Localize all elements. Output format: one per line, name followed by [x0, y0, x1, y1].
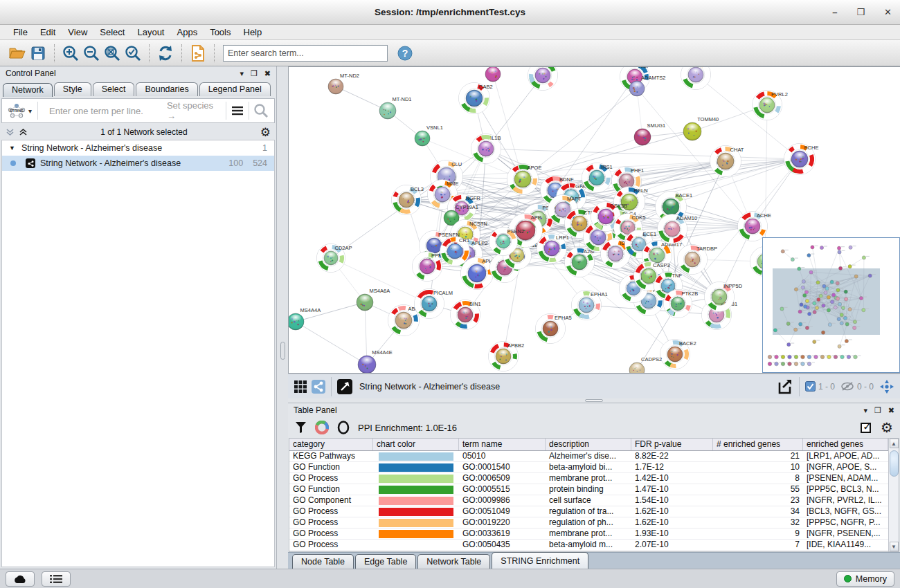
network-node-IL1B[interactable]: IL1B: [471, 134, 501, 164]
tab-legend-panel[interactable]: Legend Panel: [199, 82, 271, 96]
table-scrollbar[interactable]: ▲ ▼: [888, 439, 899, 551]
remove-chart-icon[interactable]: [337, 421, 350, 434]
network-node-CR1[interactable]: CR1: [440, 237, 470, 266]
column-header-chart-color[interactable]: chart color: [373, 439, 459, 450]
menu-item-layout[interactable]: Layout: [131, 27, 170, 37]
network-node-SORL1[interactable]: SORL1: [485, 67, 514, 82]
table-menu-caret-icon[interactable]: ▾: [863, 406, 867, 415]
splitter-grip[interactable]: [585, 399, 603, 402]
zoom-selected-icon[interactable]: [123, 43, 143, 64]
scroll-up-icon[interactable]: ▲: [890, 439, 899, 448]
column-header-category[interactable]: category: [289, 439, 373, 450]
network-node-CADPS2[interactable]: CADPS2: [629, 356, 662, 374]
table-row[interactable]: GO ProcessGO:0033619membrane prot...1.93…: [289, 529, 888, 540]
panel-menu-caret-icon[interactable]: ▾: [240, 69, 244, 78]
save-icon[interactable]: [28, 43, 48, 64]
network-node-APBB2[interactable]: APBB2: [489, 342, 525, 371]
string-query-placeholder[interactable]: Enter one term per line.: [49, 106, 143, 116]
network-node-PICALM[interactable]: PICALM: [415, 289, 453, 319]
string-source-caret-icon[interactable]: ▾: [28, 107, 32, 115]
tab-edge-table[interactable]: Edge Table: [355, 554, 416, 569]
grid-view-icon[interactable]: [294, 380, 307, 394]
column-header--enriched-genes[interactable]: # enriched genes: [713, 439, 803, 450]
divider-grip[interactable]: [280, 342, 285, 360]
menu-item-apps[interactable]: Apps: [171, 27, 204, 37]
network-node-A2M[interactable]: A2M: [565, 248, 595, 277]
help-icon[interactable]: ?: [395, 43, 415, 64]
species-hint[interactable]: Set species →: [167, 100, 222, 121]
tab-network-table[interactable]: Network Table: [417, 554, 490, 569]
chart-color-icon[interactable]: [315, 421, 329, 434]
zoom-in-icon[interactable]: [60, 43, 81, 64]
network-panel-gear-icon[interactable]: ⚙: [260, 127, 271, 138]
network-node-BCHE[interactable]: BCHE: [784, 144, 819, 175]
network-node-CHAT[interactable]: CHAT: [710, 146, 744, 177]
tab-boundaries[interactable]: Boundaries: [136, 82, 197, 96]
string-logo-icon[interactable]: STRING: [6, 102, 27, 119]
network-node-CD33[interactable]: CD33: [528, 67, 561, 91]
enrichment-settings-gear-icon[interactable]: ⚙: [881, 421, 893, 434]
network-node-PTK2B[interactable]: PTK2B: [664, 290, 699, 318]
select-terms-checkbox-icon[interactable]: [861, 423, 871, 433]
network-node-GAB2[interactable]: GAB2: [459, 83, 493, 114]
network-canvas[interactable]: MT-ND2MT-ND1VSNL1SORL1CD33NGFTREM2GAB2AD…: [288, 66, 900, 374]
table-row[interactable]: GO FunctionGO:0005515protein binding1.47…: [289, 484, 888, 495]
zoom-out-icon[interactable]: [81, 43, 102, 64]
open-in-string-icon[interactable]: [337, 379, 352, 394]
refresh-icon[interactable]: [155, 43, 176, 64]
network-node-BIN1[interactable]: BIN1: [451, 300, 481, 330]
network-node-TREM2[interactable]: TREM2: [681, 67, 718, 90]
table-row[interactable]: GO ProcessGO:0006509membrane prot...1.42…: [289, 473, 888, 484]
close-button[interactable]: ✕: [884, 7, 892, 17]
scroll-thumb[interactable]: [890, 450, 899, 477]
string-search-icon[interactable]: [253, 103, 269, 118]
table-close-icon[interactable]: ✖: [888, 406, 894, 415]
navigator-compass-icon[interactable]: [879, 379, 894, 394]
column-header-description[interactable]: description: [546, 439, 631, 450]
birds-eye-view[interactable]: [762, 237, 900, 373]
panel-float-icon[interactable]: ❒: [251, 69, 258, 78]
network-node-INPP5D[interactable]: INPP5D: [705, 282, 743, 312]
network-node-PVRL2[interactable]: PVRL2: [753, 91, 788, 120]
string-options-icon[interactable]: [231, 105, 244, 116]
table-row[interactable]: GO ComponentGO:0009986cell surface1.54E-…: [289, 495, 888, 506]
maximize-button[interactable]: ❒: [856, 7, 865, 17]
menu-item-select[interactable]: Select: [93, 27, 131, 37]
table-row[interactable]: KEGG Pathways05010Alzheimer's dise...8.8…: [289, 451, 888, 462]
network-node-EPHA5[interactable]: EPHA5: [536, 314, 572, 344]
task-history-button[interactable]: [42, 571, 71, 587]
network-row[interactable]: String Network - Alzheimer's disease 100…: [2, 156, 274, 171]
network-node-TARDBP[interactable]: TARDBP: [678, 245, 717, 275]
table-row[interactable]: GO ProcessGO:0051049regulation of tra...…: [289, 506, 888, 517]
network-node-MS4A4E[interactable]: MS4A4E: [358, 349, 393, 374]
menu-item-file[interactable]: File: [7, 27, 34, 37]
table-row[interactable]: GO ProcessGO:0050435beta-amyloid m...2.0…: [289, 540, 888, 551]
open-folder-icon[interactable]: [7, 43, 28, 64]
expand-all-icon[interactable]: [19, 128, 28, 136]
collapse-all-icon[interactable]: [6, 128, 15, 136]
network-node-MS4A6A[interactable]: MS4A6A: [357, 288, 390, 311]
filter-icon[interactable]: [295, 421, 307, 434]
network-node-BCL3[interactable]: BCL3: [392, 185, 424, 215]
network-node-VSNL1[interactable]: VSNL1: [415, 125, 443, 146]
panel-close-icon[interactable]: ✖: [264, 69, 271, 78]
network-node-MS4A4A[interactable]: MS4A4A: [289, 307, 321, 330]
cloud-status-button[interactable]: [6, 571, 35, 587]
column-header-enriched-genes[interactable]: enriched genes: [803, 439, 888, 450]
memory-button[interactable]: Memory: [836, 571, 894, 587]
tab-select[interactable]: Select: [93, 82, 135, 96]
tree-expand-icon[interactable]: ▼: [9, 145, 15, 151]
menu-item-tools[interactable]: Tools: [204, 27, 237, 37]
network-node-CD2AP[interactable]: CD2AP: [317, 244, 352, 273]
menu-item-view[interactable]: View: [62, 27, 93, 37]
menu-item-edit[interactable]: Edit: [34, 27, 62, 37]
tab-network[interactable]: Network: [3, 83, 53, 97]
scroll-down-icon[interactable]: ▼: [890, 542, 899, 551]
network-share-icon[interactable]: [188, 43, 208, 64]
tab-node-table[interactable]: Node Table: [292, 554, 354, 569]
minimize-button[interactable]: –: [832, 7, 837, 17]
network-node-LRP1[interactable]: LRP1: [537, 234, 569, 264]
column-header-term-name[interactable]: term name: [459, 439, 546, 450]
table-row[interactable]: GO ProcessGO:0019220regulation of ph...1…: [289, 517, 888, 529]
network-node-EPHA1[interactable]: EPHA1: [572, 291, 608, 320]
